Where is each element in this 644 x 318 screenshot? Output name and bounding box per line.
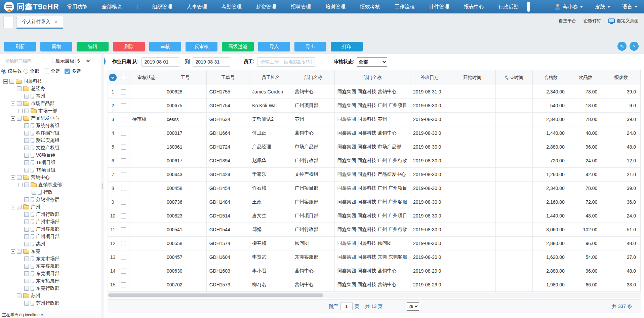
select-all-checkbox[interactable] <box>44 69 49 74</box>
column-header[interactable]: 员工姓名 <box>249 70 292 85</box>
user-menu[interactable]: 蒋小春 <box>555 4 583 10</box>
tree-checkbox[interactable] <box>24 183 29 187</box>
tree-checkbox[interactable] <box>24 264 29 269</box>
select-menu-button[interactable] <box>109 74 117 81</box>
row-checkbox[interactable] <box>121 282 126 287</box>
toolbar-button[interactable]: 导入 <box>258 42 290 51</box>
column-header[interactable]: 工号 <box>164 70 206 85</box>
employee-search-input[interactable] <box>257 57 315 67</box>
tree-checkbox[interactable] <box>24 123 29 128</box>
row-checkbox[interactable] <box>121 172 126 177</box>
tree-expand-toggle[interactable] <box>11 205 15 209</box>
table-row[interactable]: 10 000823 GDH1514 唐文生 广州项目部 同鑫集团 同鑫科技 广州… <box>108 209 641 223</box>
close-icon[interactable]: × <box>54 19 57 25</box>
toolbar-button[interactable]: 反审核 <box>186 42 217 51</box>
table-row[interactable]: 7 000443 GDH1424 于家乐 文控产权组 同鑫集团 同鑫科技 产品研… <box>108 168 641 182</box>
blank-tab[interactable] <box>3 16 14 28</box>
tree-node[interactable]: T9项目组 <box>0 166 101 174</box>
column-header[interactable]: 报废数 <box>602 70 641 85</box>
audit-status-select[interactable]: 全部 <box>357 57 387 67</box>
toolbar-button[interactable]: 审核 <box>149 42 181 51</box>
tree-expand-toggle[interactable] <box>11 175 15 180</box>
tree-node[interactable]: 苏州 <box>0 292 101 300</box>
table-row[interactable]: 14 000630 GDH1603 李小召 营销中心 同鑫集团 同鑫科技 营销中… <box>108 264 641 278</box>
header-checkbox[interactable] <box>121 75 126 80</box>
tree-checkbox[interactable] <box>24 131 29 135</box>
toolbar-button[interactable]: 高级过滤 <box>222 42 254 51</box>
nav-item[interactable]: 招聘管理 <box>291 4 311 10</box>
table-row[interactable]: 3 待审核 cesss GDH1634 姜哲测试2 苏州 同鑫集团 同鑫科技 苏… <box>108 113 641 126</box>
tree-checkbox[interactable] <box>24 256 29 261</box>
tree-checkbox[interactable] <box>24 160 29 165</box>
tree-node[interactable]: 直销事业部 <box>0 181 101 189</box>
tree-checkbox[interactable] <box>17 293 22 298</box>
tree-node[interactable]: 测试实施组 <box>0 137 101 144</box>
tree-checkbox[interactable] <box>17 249 22 254</box>
link-custom-desktop[interactable]: 自定义桌面 <box>608 18 639 24</box>
tree-node[interactable]: 广州 <box>0 203 101 211</box>
row-checkbox[interactable] <box>121 241 126 246</box>
tree-node[interactable]: 苏州行政部 <box>0 300 101 307</box>
nav-item[interactable]: 人事管理 <box>187 4 207 10</box>
tree-expand-toggle[interactable] <box>11 102 15 106</box>
date-to-input[interactable] <box>193 57 230 67</box>
row-checkbox[interactable] <box>121 200 126 205</box>
nav-item[interactable]: 计件管理 <box>429 4 449 10</box>
tree-checkbox[interactable] <box>24 138 29 143</box>
toolbar-button[interactable]: 编辑 <box>77 42 109 51</box>
tree-node[interactable]: 系统分析组 <box>0 122 101 129</box>
tree-expand-toggle[interactable] <box>11 116 15 121</box>
row-checkbox[interactable] <box>121 186 126 191</box>
row-checkbox[interactable] <box>121 103 126 108</box>
tree-checkbox[interactable] <box>24 197 29 202</box>
nav-item[interactable]: 组织管理 <box>152 4 172 10</box>
tree-expand-toggle[interactable] <box>11 87 15 91</box>
tree-node[interactable]: 广州项目部 <box>0 233 101 240</box>
nav-item[interactable]: 工作流程 <box>395 4 415 10</box>
multi-select-checkbox[interactable] <box>65 69 70 74</box>
tree-checkbox[interactable] <box>32 190 36 195</box>
column-header[interactable]: 部门名称 <box>292 70 335 85</box>
table-row[interactable]: 4 000017 GDH1664 何卫正 营销中心 同鑫集团 同鑫科技 营销中心… <box>108 126 641 140</box>
tree-checkbox[interactable] <box>17 205 22 209</box>
tree-node[interactable]: 东莞项目部 <box>0 270 101 277</box>
tree-node[interactable]: 市场产品部 <box>0 100 101 107</box>
tree-node[interactable]: 产品研发中心 <box>0 115 101 122</box>
tree-expand-toggle[interactable] <box>18 183 23 187</box>
tree-node[interactable]: 分销业务群 <box>0 196 101 203</box>
link-wechat-dingtalk[interactable]: 企微钉钉 <box>583 18 601 24</box>
skin-menu[interactable]: 皮肤 <box>595 4 610 10</box>
nav-item[interactable]: 培训管理 <box>325 4 346 10</box>
tab-personal-piecework-entry[interactable]: 个人计件录入 × <box>16 16 63 29</box>
tree-expand-toggle[interactable] <box>18 109 23 113</box>
table-row[interactable]: 1 000628 GDH1755 James Gordon 营销中心 同鑫集团 … <box>108 85 641 99</box>
table-row[interactable]: 11 000541 GDH1544 邱娟 广州行政部 同鑫集团 同鑫科技 广州 … <box>108 223 641 237</box>
date-from-input[interactable] <box>142 57 179 67</box>
row-checkbox[interactable] <box>121 255 126 260</box>
nav-item[interactable]: 薪资管理 <box>256 4 276 10</box>
tree-node[interactable]: 惠州 <box>0 240 101 248</box>
tree-checkbox[interactable] <box>24 146 29 150</box>
tree-checkbox[interactable] <box>24 301 29 306</box>
toolbar-button[interactable]: 新增 <box>40 42 72 51</box>
tree-node[interactable]: T8项目组 <box>0 159 101 166</box>
tree-node[interactable]: 东莞行政部 <box>0 285 101 292</box>
tree-node[interactable]: 广州行政部 <box>0 211 101 218</box>
row-checkbox[interactable] <box>121 158 126 163</box>
toolbar-button[interactable]: 打印 <box>331 42 363 51</box>
horizontal-scrollbar-thumb[interactable] <box>108 293 323 297</box>
column-header[interactable]: 合格数 <box>533 70 569 85</box>
tree-node[interactable]: 东莞 <box>0 248 101 255</box>
page-number-input[interactable] <box>340 303 353 310</box>
department-code-input[interactable] <box>3 57 52 65</box>
column-header[interactable]: 工单号 <box>206 70 249 85</box>
column-header[interactable]: 结束时间 <box>496 70 533 85</box>
tree-checkbox[interactable] <box>17 116 22 121</box>
collapse-sidebar-button[interactable] <box>104 57 106 66</box>
tree-checkbox[interactable] <box>24 212 29 217</box>
tree-checkbox[interactable] <box>17 175 22 180</box>
tree-checkbox[interactable] <box>24 153 29 158</box>
table-row[interactable]: 12 000558 GDH1574 柳春梅 顾问团 同鑫集团 同鑫科技 顾问团 … <box>108 237 641 250</box>
tree-node[interactable]: V8项目组 <box>0 152 101 159</box>
panel-splitter[interactable] <box>101 54 104 318</box>
